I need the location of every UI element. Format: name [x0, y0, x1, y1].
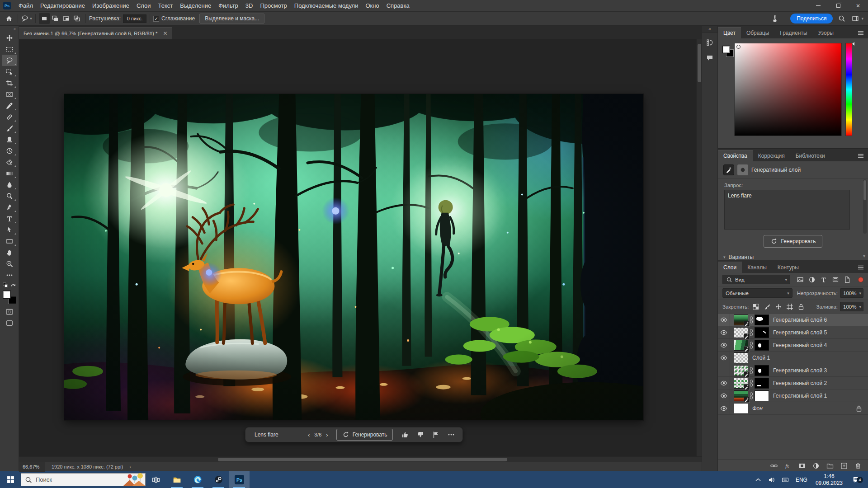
menu-help[interactable]: Справка — [383, 0, 413, 12]
layer-mask-thumbnail[interactable] — [755, 365, 769, 376]
layer-visibility-toggle[interactable] — [718, 364, 730, 376]
pen-tool[interactable] — [2, 202, 17, 213]
selection-add-button[interactable] — [50, 13, 61, 24]
menu-edit[interactable]: Редактирование — [37, 0, 89, 12]
dots-tool[interactable] — [2, 269, 17, 281]
hue-slider[interactable] — [845, 43, 852, 136]
menu-filter[interactable]: Фильтр — [215, 0, 242, 12]
layer-style-icon[interactable]: fx — [784, 462, 792, 469]
new-adjustment-layer-icon[interactable] — [812, 462, 820, 469]
layer-mask-thumbnail[interactable] — [755, 327, 769, 338]
minimize-button[interactable] — [808, 0, 828, 12]
delete-layer-icon[interactable] — [854, 462, 862, 469]
menu-image[interactable]: Изображение — [89, 0, 133, 12]
restore-button[interactable] — [828, 0, 848, 12]
gradient-tool[interactable] — [2, 168, 17, 179]
thumbs-down-icon[interactable] — [413, 431, 428, 438]
layer-row[interactable]: Генеративный слой 6 — [718, 314, 868, 326]
feather-input[interactable] — [123, 14, 146, 23]
share-button[interactable]: Поделиться — [790, 14, 833, 23]
menu-plugins[interactable]: Подключаемые модули — [291, 0, 362, 12]
report-flag-icon[interactable] — [428, 431, 443, 438]
contextual-task-bar[interactable]: ‹ 3/6 › Генерировать — [245, 427, 463, 442]
layers-tab-3[interactable]: Контуры — [772, 262, 804, 273]
language-indicator[interactable]: ENG — [793, 477, 810, 483]
brush-tool[interactable] — [2, 122, 17, 134]
more-options-icon[interactable] — [443, 431, 459, 438]
workspace-chevron-icon[interactable]: ▾ — [861, 16, 863, 21]
layer-row[interactable]: Генеративный слой 1 — [718, 389, 868, 402]
close-button[interactable]: ✕ — [848, 0, 868, 12]
touch-keyboard-icon[interactable] — [779, 476, 791, 483]
task-view-button[interactable] — [146, 471, 166, 488]
lock-position-icon[interactable] — [775, 304, 782, 310]
layer-row[interactable]: Генеративный слой 4 — [718, 339, 868, 352]
crop-tool[interactable] — [2, 77, 17, 89]
workspace-icon[interactable] — [852, 15, 859, 22]
lasso-tool[interactable] — [2, 55, 17, 66]
layer-visibility-eye-icon[interactable] — [718, 339, 730, 351]
opacity-select[interactable]: 100%▾ — [840, 288, 863, 298]
color-tab-2[interactable]: Образцы — [741, 27, 774, 38]
layer-filter-select[interactable]: Вид ▾ — [722, 275, 790, 284]
menu-layers[interactable]: Слои — [133, 0, 155, 12]
prompt-textarea[interactable] — [724, 190, 850, 230]
color-tab-1[interactable]: Цвет — [718, 27, 741, 38]
selection-new-button[interactable] — [39, 13, 50, 24]
layer-row[interactable]: Слой 1 — [718, 352, 868, 364]
search-icon[interactable] — [838, 15, 845, 22]
saturation-brightness-field[interactable] — [734, 43, 842, 136]
expand-panels-icon[interactable]: « — [702, 26, 717, 33]
type-tool[interactable] — [2, 213, 17, 224]
edge-button[interactable] — [187, 471, 208, 488]
properties-tab-1[interactable]: Свойства — [718, 150, 753, 161]
properties-tab-2[interactable]: Коррекция — [753, 150, 790, 161]
marquee-tool[interactable] — [2, 43, 17, 55]
color-marker[interactable] — [736, 45, 741, 49]
fill-select[interactable]: 100%▾ — [840, 302, 863, 311]
layers-panel-menu-icon[interactable] — [854, 264, 868, 273]
layer-row[interactable]: Генеративный слой 5 — [718, 326, 868, 339]
layer-thumbnail[interactable] — [734, 340, 748, 351]
zoom-tool[interactable] — [2, 258, 17, 269]
layers-tab-2[interactable]: Каналы — [742, 262, 772, 273]
notification-center-button[interactable]: 4 — [848, 476, 864, 484]
steam-button[interactable] — [208, 471, 229, 488]
foreground-background-swatches[interactable] — [3, 291, 16, 304]
lasso-tool-preset[interactable]: ▾ — [21, 13, 32, 24]
smoothing-checkbox[interactable]: ✓ — [153, 16, 159, 22]
menu-view[interactable]: Просмотр — [256, 0, 290, 12]
panel-scrollbar[interactable] — [863, 179, 867, 234]
history-panel-button[interactable] — [704, 37, 716, 48]
layer-mask-thumbnail[interactable] — [755, 390, 769, 401]
foreground-color-swatch[interactable] — [3, 291, 11, 299]
layer-row[interactable]: Фон — [718, 402, 868, 415]
stamp-tool[interactable] — [2, 134, 17, 145]
add-mask-icon[interactable] — [798, 462, 806, 469]
move-tool[interactable] — [2, 32, 17, 43]
hidden-icons-chevron[interactable] — [752, 476, 764, 483]
canvas-image[interactable] — [64, 94, 643, 420]
beta-flask-icon[interactable] — [771, 15, 778, 22]
objsel-tool[interactable] — [2, 66, 17, 77]
lock-all-icon[interactable] — [797, 303, 805, 310]
start-button[interactable] — [0, 471, 21, 488]
generate-button[interactable]: Генерировать — [336, 429, 393, 441]
color-panel-menu-icon[interactable] — [854, 29, 868, 38]
layer-visibility-eye-icon[interactable] — [718, 326, 730, 338]
filter-toggle[interactable] — [858, 277, 863, 282]
filter-adjustment-icon[interactable] — [808, 276, 816, 283]
menu-type[interactable]: Текст — [155, 0, 177, 12]
layer-mask-thumbnail[interactable] — [755, 340, 769, 351]
histbrush-tool[interactable] — [2, 145, 17, 156]
layer-name[interactable]: Генеративный слой 1 — [773, 393, 827, 399]
layer-visibility-eye-icon[interactable] — [718, 402, 730, 414]
blend-mode-select[interactable]: Обычные▾ — [722, 288, 793, 298]
layer-name[interactable]: Генеративный слой 2 — [773, 380, 827, 386]
layer-mask-thumbnail[interactable] — [755, 314, 769, 325]
volume-icon[interactable] — [766, 476, 778, 483]
clock[interactable]: 1:46 09.06.2023 — [812, 473, 846, 487]
panel-color-swatches[interactable] — [722, 43, 734, 61]
new-layer-icon[interactable] — [840, 462, 848, 469]
home-button[interactable] — [4, 13, 14, 24]
